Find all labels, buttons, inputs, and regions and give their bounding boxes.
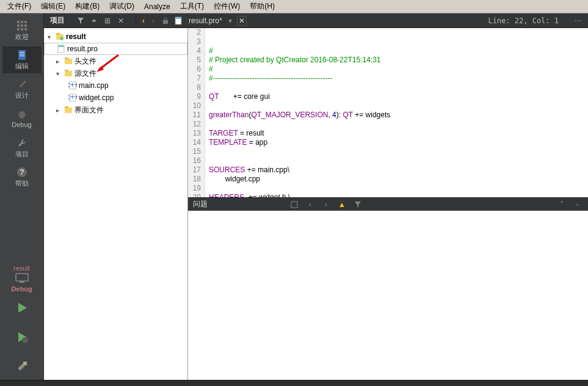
svg-rect-29 (58, 45, 64, 47)
nav-back-icon[interactable]: ‹ (140, 16, 147, 25)
filter-icon[interactable] (76, 16, 85, 26)
kit-selector[interactable]: result Debug (2, 265, 42, 292)
issues-filter-icon[interactable] (289, 199, 300, 210)
help-icon: ? (16, 167, 27, 178)
menu-file[interactable]: 文件(F) (2, 0, 36, 13)
tree-pro-file[interactable]: result.pro (44, 43, 187, 55)
hammer-icon (15, 360, 29, 373)
mode-debug[interactable]: Debug (2, 105, 42, 132)
build-button[interactable] (2, 353, 42, 380)
svg-rect-7 (21, 28, 23, 31)
issues-next-icon[interactable]: › (321, 199, 332, 210)
editor-tab-bar: ‹ › result.pro* ▾ ✕ (136, 16, 247, 26)
mode-edit[interactable]: 编辑 (2, 46, 42, 73)
close-panel-icon[interactable]: ✕ (116, 16, 126, 26)
svg-rect-11 (20, 54, 24, 54)
document-icon (16, 49, 27, 60)
mode-debug-label: Debug (12, 121, 31, 128)
tree-sources-label: 源文件 (74, 68, 96, 79)
tree-forms[interactable]: ▸界面文件 (44, 104, 187, 116)
folder-icon (64, 69, 73, 78)
line-gutter: 23456789101112131415161718192021222324 (188, 28, 205, 197)
svg-rect-12 (20, 56, 24, 56)
svg-point-27 (60, 37, 64, 40)
tree-root[interactable]: ▾result (44, 31, 187, 43)
svg-rect-33 (65, 70, 68, 71)
code-editor[interactable]: 23456789101112131415161718192021222324 #… (188, 28, 588, 197)
tree-headers-label: 头文件 (74, 56, 96, 67)
file-icon (174, 16, 183, 25)
menu-edit[interactable]: 编辑(E) (36, 0, 70, 13)
menu-tools[interactable]: 工具(T) (175, 0, 209, 13)
menu-analyze[interactable]: Analyze (139, 1, 175, 12)
bug-icon (16, 109, 27, 120)
run-button[interactable] (2, 294, 42, 321)
tree-main-label: main.cpp (79, 81, 109, 90)
svg-rect-2 (24, 21, 27, 23)
kit-debug-label: Debug (11, 285, 32, 293)
cpp-file-icon: c++ (68, 93, 77, 102)
dropdown-icon[interactable]: ▾ (228, 16, 232, 25)
wrench-icon (16, 137, 27, 148)
funnel-icon[interactable] (352, 199, 363, 210)
menu-build[interactable]: 构建(B) (70, 0, 104, 13)
svg-rect-39 (65, 106, 68, 108)
menu-help[interactable]: 帮助(H) (245, 0, 280, 13)
issues-toolbar: 问题 ‹ › ▲ ˄ ▫ (188, 197, 588, 211)
menu-debug[interactable]: 调试(D) (104, 0, 139, 13)
svg-rect-38 (65, 107, 72, 113)
lock-icon[interactable] (159, 17, 172, 24)
svg-rect-26 (56, 33, 60, 35)
close-tab-icon[interactable]: ✕ (237, 16, 247, 26)
line-col-status: Line: 22, Col: 1 (478, 16, 568, 25)
tree-root-label: result (66, 32, 86, 41)
split-icon[interactable]: ⊞ (103, 16, 112, 26)
editor-area: 23456789101112131415161718192021222324 #… (188, 28, 588, 380)
issues-title: 问题 (193, 199, 208, 209)
cpp-file-icon: c++ (68, 81, 77, 90)
tree-pro-label: result.pro (67, 45, 98, 53)
tree-main-cpp[interactable]: c++main.cpp (44, 79, 187, 92)
svg-point-13 (19, 111, 25, 118)
svg-rect-31 (65, 57, 68, 59)
folder-icon (64, 57, 73, 65)
debug-run-button[interactable] (2, 324, 42, 351)
svg-rect-19 (20, 282, 24, 283)
link-icon[interactable]: ⚭ (89, 16, 99, 26)
issues-panel (188, 211, 588, 380)
menu-widgets[interactable]: 控件(W) (209, 0, 245, 13)
nav-fwd-icon[interactable]: › (150, 16, 157, 25)
svg-rect-0 (17, 21, 20, 23)
tree-forms-label: 界面文件 (74, 105, 104, 115)
active-file-name[interactable]: result.pro* (185, 16, 226, 25)
mode-sidebar: 欢迎 编辑 设计 Debug 项目 ? 帮助 result Debug (0, 13, 44, 380)
svg-rect-6 (17, 28, 20, 31)
svg-rect-5 (24, 24, 27, 27)
toolbar-more-icon[interactable]: ⋯ (568, 16, 588, 25)
svg-point-20 (22, 337, 28, 343)
tree-sources[interactable]: ▾源文件 (44, 67, 187, 79)
warning-icon[interactable]: ▲ (336, 199, 347, 210)
issues-min-icon[interactable]: ˄ (556, 199, 567, 210)
pro-file-icon (57, 45, 65, 53)
issues-close-icon[interactable]: ▫ (572, 199, 583, 210)
code-content[interactable]: ## Project created by QtCreator 2016-08-… (205, 28, 588, 197)
project-panel-title: 项目 (44, 15, 71, 26)
mode-welcome[interactable]: 欢迎 (2, 17, 42, 44)
svg-text:c++: c++ (68, 93, 77, 101)
mode-help[interactable]: ? 帮助 (2, 164, 42, 191)
mode-project-label: 项目 (15, 150, 29, 159)
mode-design[interactable]: 设计 (2, 76, 42, 103)
svg-rect-3 (17, 24, 20, 27)
tree-widget-cpp[interactable]: c++widget.cpp (44, 92, 187, 104)
tree-widget-label: widget.cpp (79, 93, 114, 102)
svg-rect-4 (21, 24, 23, 27)
top-toolbar: 项目 ⚭ ⊞ ✕ ‹ › result.pro* ▾ ✕ Line: 22, C… (44, 13, 588, 28)
mode-project[interactable]: 项目 (2, 134, 42, 161)
monitor-icon (15, 273, 29, 284)
mode-help-label: 帮助 (15, 179, 29, 188)
issues-prev-icon[interactable]: ‹ (305, 199, 316, 210)
tree-headers[interactable]: ▸头文件 (44, 55, 187, 67)
folder-icon (64, 106, 73, 114)
svg-rect-10 (20, 52, 24, 53)
